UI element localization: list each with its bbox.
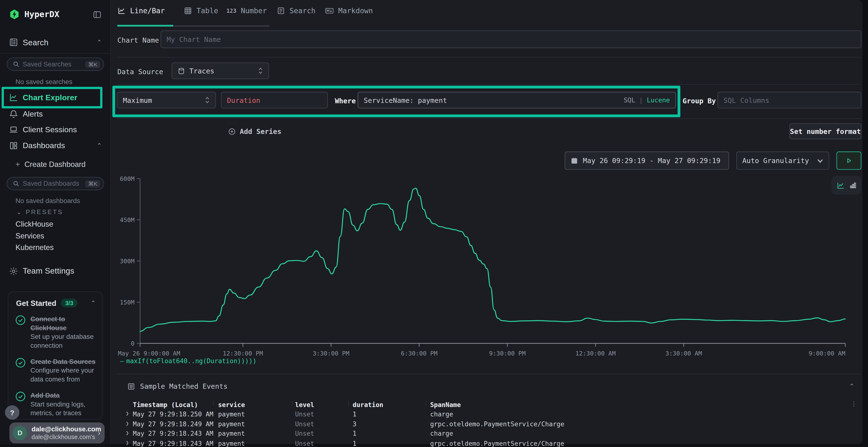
table-cell[interactable]: 1 xyxy=(353,429,356,437)
chart-legend[interactable]: — maxIf(toFloat640..ng(Duration))))) xyxy=(120,357,256,365)
table-cell[interactable]: 1 xyxy=(353,410,356,418)
table-cell[interactable]: 1 xyxy=(353,439,356,447)
table-cell[interactable]: charge xyxy=(430,410,453,418)
table-cell[interactable]: grpc.oteldemo.PaymentService/Charge xyxy=(430,439,564,447)
legend-swatch: — xyxy=(120,357,123,365)
sidebar-item-chart-explorer[interactable]: Chart Explorer xyxy=(9,90,97,105)
preset-services[interactable]: Services xyxy=(16,232,44,240)
data-source-select[interactable]: Traces xyxy=(172,62,269,79)
get-started-card: Get Started 3/3 ⌃ Connect to ClickHouse … xyxy=(8,291,103,420)
table-cell[interactable]: payment xyxy=(218,439,245,447)
expand-row-icon[interactable]: ❯ xyxy=(126,410,129,416)
table-cell[interactable]: 3 xyxy=(353,420,356,428)
help-button[interactable]: ? xyxy=(5,405,20,420)
preset-clickhouse[interactable]: ClickHouse xyxy=(16,220,53,228)
collapse-sidebar-icon[interactable] xyxy=(92,10,102,19)
run-query-button[interactable] xyxy=(836,151,861,170)
hyperdx-logo-icon xyxy=(9,9,20,20)
table-cell[interactable]: payment xyxy=(218,410,245,418)
where-input[interactable]: ServiceName: payment SQL | Lucene xyxy=(358,92,676,108)
user-menu[interactable]: D dale@clickhouse.com dale@clickhouse.co… xyxy=(9,422,105,443)
brand-name: HyperDX xyxy=(24,9,59,19)
get-started-item[interactable]: Connect to ClickHouse Set up your databa… xyxy=(8,314,102,350)
add-series-label: Add Series xyxy=(240,127,281,135)
tab-markdown[interactable]: Markdown xyxy=(325,7,373,15)
column-drag-handle[interactable]: ⋮ xyxy=(424,400,429,406)
column-drag-handle[interactable]: ⋮ xyxy=(289,400,294,406)
create-dashboard-button[interactable]: + Create Dashboard xyxy=(16,160,85,169)
svg-text:150M: 150M xyxy=(120,299,134,306)
series-row-bottom-border xyxy=(117,118,862,119)
column-header-timestamp[interactable]: Timestamp (Local) xyxy=(133,401,198,409)
column-drag-handle[interactable]: ⋮ xyxy=(211,400,216,406)
sidebar-item-team-settings[interactable]: Team Settings xyxy=(9,264,97,278)
group-by-input[interactable]: SQL Columns xyxy=(717,92,862,108)
aggregation-select[interactable]: Maximum xyxy=(117,92,216,108)
set-number-format-button[interactable]: Set number format xyxy=(789,123,861,139)
chevron-up-icon[interactable]: ⌃ xyxy=(91,299,96,307)
collapse-events-icon[interactable]: ⌃ xyxy=(849,383,854,390)
expand-row-icon[interactable]: ❯ xyxy=(126,429,129,436)
table-cell[interactable]: payment xyxy=(218,420,245,428)
tab-line-bar[interactable]: Line/Bar xyxy=(117,7,165,15)
table-cell[interactable]: Unset xyxy=(295,429,314,437)
table-cell[interactable]: May 27 9:29:18.250 AM xyxy=(133,410,213,418)
table-cell[interactable]: Unset xyxy=(295,410,314,418)
chart-name-input[interactable]: My Chart Name xyxy=(161,30,862,48)
chart-name-label: Chart Name xyxy=(117,36,159,44)
svg-text:May 26 9:00:00 AM: May 26 9:00:00 AM xyxy=(118,350,180,357)
column-header-service[interactable]: service xyxy=(218,401,245,409)
table-cell[interactable]: Unset xyxy=(295,439,314,447)
column-drag-handle[interactable]: ⋮ xyxy=(346,400,351,406)
help-label: ? xyxy=(10,409,14,417)
sql-mode-toggle[interactable]: SQL xyxy=(624,96,635,104)
metric-field-input[interactable]: Duration xyxy=(221,92,328,108)
timeseries-chart[interactable]: 0150M300M450M600MMay 26 9:00:00 AM12:30:… xyxy=(111,174,863,357)
lucene-mode-toggle[interactable]: Lucene xyxy=(647,96,670,104)
tab-table[interactable]: Table xyxy=(184,7,218,15)
check-circle-icon xyxy=(15,357,26,384)
step-desc: Set up your database connection xyxy=(30,333,94,349)
column-header-spanname[interactable]: SpanName xyxy=(430,401,461,409)
saved-dashboards-input[interactable]: Saved Dashboards ⌘K xyxy=(7,177,104,190)
add-series-button[interactable]: Add Series xyxy=(228,127,281,135)
column-header-level[interactable]: level xyxy=(295,401,314,409)
tab-search[interactable]: Search xyxy=(277,7,316,15)
group-by-placeholder: SQL Columns xyxy=(723,96,769,104)
granularity-select[interactable]: Auto Granularity xyxy=(736,151,830,170)
saved-searches-input[interactable]: Saved Searches ⌘K xyxy=(7,58,104,71)
sidebar-item-client-sessions[interactable]: Client Sessions xyxy=(9,122,97,137)
table-cell[interactable]: May 27 9:29:18.243 AM xyxy=(133,439,213,447)
preset-kubernetes[interactable]: Kubernetes xyxy=(16,243,54,251)
table-cell[interactable]: May 27 9:29:18.243 AM xyxy=(133,429,213,437)
sidebar-item-label: Team Settings xyxy=(23,267,74,276)
sidebar-item-dashboards[interactable]: Dashboards ⌃ xyxy=(9,138,102,153)
svg-text:6:30:00 PM: 6:30:00 PM xyxy=(401,350,438,357)
tab-number[interactable]: 123 Number xyxy=(226,7,267,15)
sample-events-header[interactable]: Sample Matched Events xyxy=(127,382,227,390)
data-source-value: Traces xyxy=(189,67,214,75)
sidebar-item-search[interactable]: Search ⌃ xyxy=(9,38,102,47)
table-cell[interactable]: Unset xyxy=(295,420,314,428)
table-cell[interactable]: May 27 9:29:18.249 AM xyxy=(133,420,213,428)
table-options-kebab-icon[interactable]: ⋮ xyxy=(851,400,857,408)
sidebar-item-alerts[interactable]: Alerts xyxy=(9,107,97,121)
tab-underline-track xyxy=(173,26,270,27)
presets-toggle[interactable]: ⌄ PRESETS xyxy=(17,209,63,215)
svg-text:0: 0 xyxy=(131,340,134,347)
table-cell[interactable]: charge xyxy=(430,429,453,437)
chart-explorer-icon xyxy=(9,93,18,102)
expand-row-icon[interactable]: ❯ xyxy=(126,439,129,445)
get-started-progress-badge: 3/3 xyxy=(61,299,78,308)
get-started-item[interactable]: Add Data Start sending logs, metrics, or… xyxy=(8,391,102,417)
expand-row-icon[interactable]: ❯ xyxy=(126,420,129,426)
step-title: Add Data xyxy=(30,391,60,399)
table-cell[interactable]: grpc.oteldemo.PaymentService/Charge xyxy=(430,420,564,428)
date-range-picker[interactable]: May 26 09:29:19 - May 27 09:29:19 xyxy=(565,151,729,170)
get-started-title: Get Started xyxy=(16,299,56,307)
table-cell[interactable]: payment xyxy=(218,429,245,437)
get-started-item[interactable]: Create Data Sources Configure where your… xyxy=(8,357,102,384)
no-saved-searches-text: No saved searches xyxy=(16,78,72,86)
series-row-top-border xyxy=(117,84,862,84)
column-header-duration[interactable]: duration xyxy=(353,401,383,409)
